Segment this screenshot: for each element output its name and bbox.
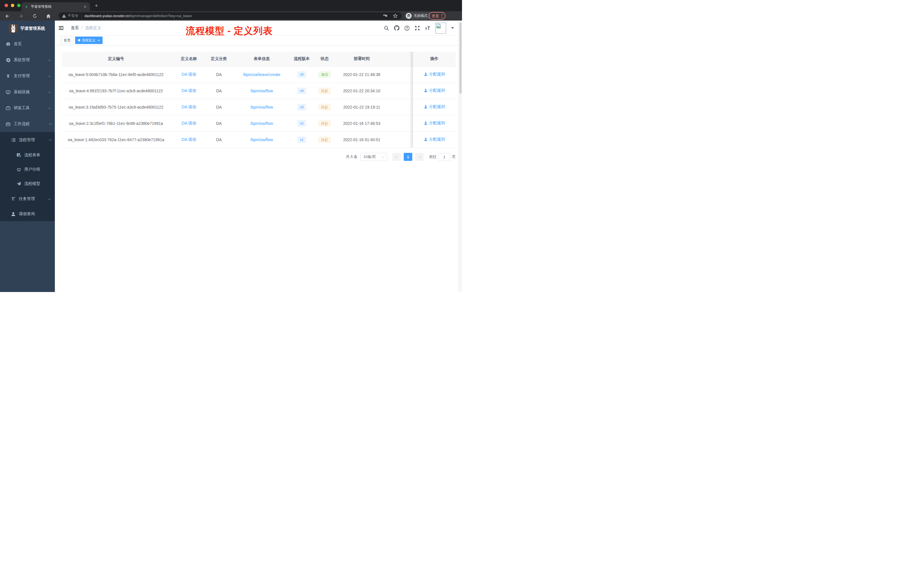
sidebar-item-user-group[interactable]: 用户分组	[0, 162, 55, 177]
sidebar-item-leave-query[interactable]: 请假查询	[0, 207, 55, 221]
url-host[interactable]: dashboard.yudao.iocoder.cn	[84, 14, 129, 18]
sidebar-fold-icon[interactable]	[58, 25, 64, 31]
table-row: oa_leave:2:3c1f0ef1-76b1-11ec-9c66-a2380…	[62, 115, 456, 132]
page-size-select[interactable]: 10条/页	[360, 153, 387, 161]
definition-name-link[interactable]: OA 请假	[182, 88, 196, 93]
new-tab-button[interactable]: ＋	[94, 2, 99, 8]
sidebar-item-home[interactable]: 首页	[0, 36, 55, 52]
sidebar-item-task-management[interactable]: 任务管理	[0, 191, 55, 207]
col-header-form: 表单信息	[230, 52, 293, 66]
user-icon	[424, 89, 428, 92]
github-icon[interactable]	[394, 25, 399, 31]
broken-image-icon	[436, 23, 441, 28]
user-icon	[424, 137, 428, 142]
sidebar: 芋道管理系统 首页 系统管理 ¥ 支付管理	[0, 21, 55, 292]
scrollbar[interactable]	[459, 21, 462, 292]
sidebar-item-payment[interactable]: ¥ 支付管理	[0, 68, 55, 84]
browser-menu-icon[interactable]	[441, 14, 442, 18]
user-icon	[11, 212, 16, 216]
chevron-left-icon	[396, 156, 398, 158]
sidebar-item-label: 流程模型	[24, 181, 51, 186]
sidebar-item-label: 系统管理	[14, 58, 49, 63]
browser-window: 芋道管理系统 ✕ ＋ 不安全 dashboard.yudao.iocoder.c…	[0, 0, 462, 292]
table-header-row: 定义编号 定义名称 定义分类 表单信息 流程版本 状态 部署时间 操作	[62, 52, 456, 66]
sidebar-item-process-model[interactable]: 流程模型	[0, 177, 55, 191]
assign-rule-link[interactable]: 分配规则	[424, 120, 445, 126]
form-link[interactable]: /bpm/oa/flow	[250, 121, 273, 126]
version-badge: v5	[297, 71, 306, 78]
definition-name-link[interactable]: OA 请假	[182, 137, 196, 142]
password-key-icon[interactable]	[383, 13, 388, 18]
prev-page-button[interactable]	[392, 153, 401, 161]
tab-close-icon[interactable]: ✕	[83, 5, 87, 9]
form-link[interactable]: /bpm/oa/flow	[250, 137, 273, 142]
sidebar-item-system[interactable]: 系统管理	[0, 52, 55, 68]
col-header-version: 流程版本	[293, 52, 310, 66]
active-dot-icon	[78, 39, 80, 41]
assign-rule-link[interactable]: 分配规则	[424, 72, 445, 77]
security-label[interactable]: 不安全	[68, 13, 79, 18]
briefcase-icon	[6, 122, 11, 127]
assign-rule-link[interactable]: 分配规则	[424, 104, 445, 109]
user-icon	[424, 72, 428, 76]
browser-tab[interactable]: 芋道管理系统 ✕	[21, 2, 90, 11]
sidebar-item-label: 用户分组	[24, 167, 51, 172]
tag-home[interactable]: 首页	[61, 36, 73, 44]
form-link[interactable]: /bpm/oa/flow	[250, 105, 273, 109]
sidebar-item-process-management[interactable]: 流程管理	[0, 132, 55, 148]
fullscreen-icon[interactable]	[414, 25, 420, 31]
form-link[interactable]: /bpm/oa/flow	[250, 89, 273, 93]
bookmark-star-icon[interactable]	[393, 13, 398, 18]
zoom-window-button[interactable]	[17, 4, 21, 7]
update-label[interactable]: 更新	[432, 13, 439, 18]
assign-rule-link[interactable]: 分配规则	[424, 88, 445, 93]
top-navbar: 首页 / 流程定义	[55, 21, 462, 35]
url-path[interactable]: /bpm/manager/definition?key=oa_leave	[129, 14, 192, 18]
tags-view: 首页 流程定义 ✕	[55, 35, 462, 45]
address-bar[interactable]: 不安全 dashboard.yudao.iocoder.cn/bpm/manag…	[59, 12, 402, 20]
definition-name-link[interactable]: OA 请假	[182, 121, 196, 125]
close-window-button[interactable]	[5, 4, 8, 7]
search-icon[interactable]	[384, 25, 389, 31]
logo-rabbit-avatar	[9, 24, 18, 33]
text-size-icon[interactable]	[425, 25, 430, 31]
tag-close-icon[interactable]: ✕	[97, 39, 100, 42]
help-icon[interactable]	[404, 25, 410, 31]
col-header-actions: 操作	[413, 52, 456, 66]
breadcrumb-home[interactable]: 首页	[71, 25, 79, 31]
reload-icon[interactable]	[32, 13, 38, 19]
security-warning-icon[interactable]	[62, 14, 66, 18]
cell-deploy-time: 2022-01-22 21:48:38	[339, 66, 384, 82]
browser-update-button[interactable]: 更新	[429, 12, 446, 20]
goto-page-input[interactable]	[438, 153, 450, 161]
sidebar-item-label: 流程管理	[19, 137, 49, 143]
page-number-button[interactable]: 1	[404, 153, 412, 161]
status-badge: 激活	[318, 71, 330, 78]
back-icon[interactable]	[4, 13, 10, 19]
avatar-caret-icon[interactable]	[451, 27, 454, 29]
cell-category: OA	[208, 99, 230, 115]
forward-icon[interactable]	[18, 13, 24, 19]
next-page-button[interactable]	[415, 153, 424, 161]
assign-rule-link[interactable]: 分配规则	[424, 137, 445, 142]
home-icon[interactable]	[45, 13, 51, 19]
definition-name-link[interactable]: OA 请假	[182, 72, 196, 77]
scrollbar-thumb[interactable]	[459, 22, 462, 94]
tag-process-definition[interactable]: 流程定义 ✕	[75, 36, 102, 44]
dashboard-icon	[6, 42, 11, 46]
window-controls	[5, 4, 21, 7]
avatar[interactable]	[435, 23, 446, 34]
definition-name-link[interactable]: OA 请假	[182, 105, 196, 109]
goto-unit-label: 页	[452, 154, 456, 159]
browser-tabstrip: 芋道管理系统 ✕ ＋	[0, 0, 462, 11]
sidebar-item-workflow[interactable]: 工作流程	[0, 116, 55, 132]
sidebar-item-infrastructure[interactable]: 基础设施	[0, 84, 55, 100]
sidebar-logo[interactable]: 芋道管理系统	[0, 21, 55, 36]
sidebar-item-devtools[interactable]: 研发工具	[0, 100, 55, 116]
form-link[interactable]: /bpm/oa/leave/create	[243, 72, 280, 77]
minimize-window-button[interactable]	[11, 4, 14, 7]
incognito-badge: 无痕模式	[404, 12, 431, 20]
table-row: oa_leave:4:991f2193-7b7f-11ec-a3c8-acde4…	[62, 82, 456, 99]
tree-icon	[11, 196, 16, 201]
sidebar-item-process-form[interactable]: 流程表单	[0, 148, 55, 162]
